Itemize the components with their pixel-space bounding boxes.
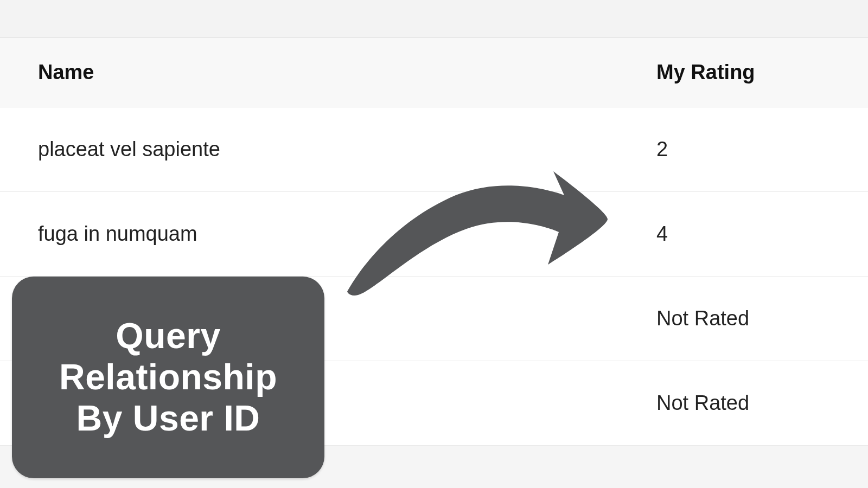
table-row[interactable]: fuga in numquam 4: [0, 192, 868, 277]
cell-name: fuga in numquam: [0, 192, 656, 277]
page-root: Name My Rating placeat vel sapiente 2 fu…: [0, 0, 868, 488]
annotation-line: By User ID: [76, 398, 260, 438]
top-spacer: [0, 0, 868, 38]
annotation-text: Query Relationship By User ID: [59, 316, 277, 439]
cell-rating: 2: [656, 107, 868, 192]
cell-name: placeat vel sapiente: [0, 107, 656, 192]
cell-rating: Not Rated: [656, 361, 868, 446]
table-header-row: Name My Rating: [0, 38, 868, 107]
table-row[interactable]: placeat vel sapiente 2: [0, 107, 868, 192]
annotation-callout: Query Relationship By User ID: [12, 277, 324, 478]
column-header-name[interactable]: Name: [0, 38, 656, 107]
cell-rating: Not Rated: [656, 277, 868, 361]
annotation-line: Relationship: [59, 357, 277, 397]
annotation-line: Query: [116, 316, 220, 356]
cell-rating: 4: [656, 192, 868, 277]
column-header-rating[interactable]: My Rating: [656, 38, 868, 107]
